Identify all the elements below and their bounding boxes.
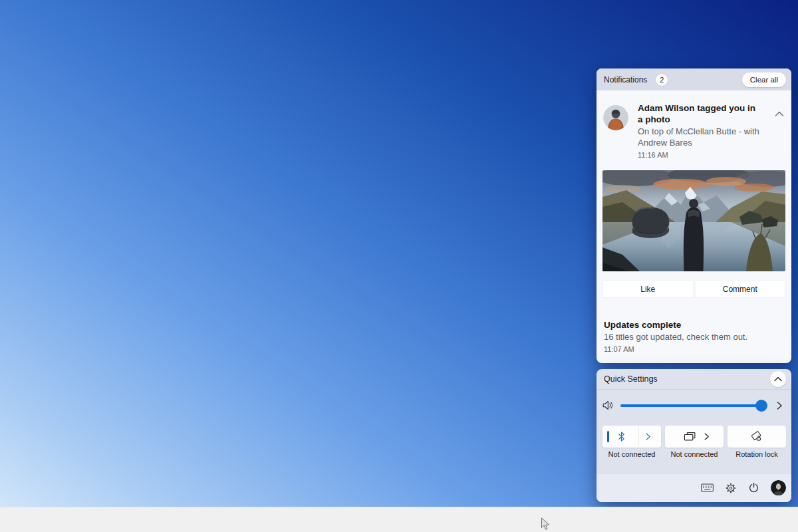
notification-photo[interactable] bbox=[602, 170, 785, 271]
quick-settings-header: Quick Settings bbox=[597, 369, 791, 390]
notifications-header: Notifications 2 Clear all bbox=[597, 68, 791, 90]
notifications-title: Notifications bbox=[604, 75, 647, 84]
quick-settings-bottom-bar bbox=[597, 473, 791, 502]
notification-title[interactable]: Updates complete bbox=[604, 320, 681, 330]
rotation-lock-icon bbox=[751, 430, 763, 442]
chevron-up-icon bbox=[773, 376, 783, 382]
collapse-button[interactable] bbox=[770, 371, 786, 387]
desktop: Notifications 2 Clear all Adam Wilson ta… bbox=[0, 0, 798, 532]
active-indicator bbox=[607, 431, 609, 442]
bluetooth-tile[interactable] bbox=[602, 426, 661, 448]
mountain-lake-photo-icon bbox=[602, 170, 785, 271]
like-button[interactable]: Like bbox=[602, 280, 694, 298]
avatar-photo-icon bbox=[603, 105, 628, 130]
tile-divider bbox=[638, 427, 639, 446]
gear-icon bbox=[725, 482, 737, 494]
chevron-right-icon[interactable] bbox=[776, 400, 783, 414]
notification-body[interactable]: 16 titles got updated, check them out. bbox=[604, 332, 747, 342]
chevron-right-icon[interactable] bbox=[645, 432, 651, 442]
keyboard-button[interactable] bbox=[701, 483, 714, 492]
chevron-right-icon[interactable] bbox=[704, 432, 710, 442]
quick-settings-title: Quick Settings bbox=[604, 374, 658, 384]
taskbar: 11:17 bbox=[0, 507, 798, 532]
rotation-lock-tile[interactable] bbox=[728, 426, 786, 448]
connect-display-icon bbox=[684, 432, 696, 442]
tile-label: Not connected bbox=[602, 450, 661, 458]
clear-all-button[interactable]: Clear all bbox=[742, 72, 786, 87]
power-button[interactable] bbox=[748, 482, 759, 493]
user-avatar-icon bbox=[771, 480, 786, 495]
chevron-up-icon[interactable] bbox=[774, 108, 785, 116]
notification-count-badge: 2 bbox=[656, 74, 668, 86]
speaker-icon bbox=[602, 400, 614, 413]
settings-button[interactable] bbox=[725, 482, 737, 494]
comment-button[interactable]: Comment bbox=[695, 280, 786, 298]
notifications-panel: Notifications 2 Clear all Adam Wilson ta… bbox=[597, 68, 791, 363]
tile-label: Not connected bbox=[665, 450, 724, 458]
tile-label: Rotation lock bbox=[728, 450, 786, 458]
sender-avatar bbox=[603, 105, 628, 130]
volume-slider-track[interactable] bbox=[620, 404, 766, 407]
quick-settings-panel: Quick Settings bbox=[597, 369, 791, 502]
notification-body[interactable]: On top of McClellan Butte - with Andrew … bbox=[638, 126, 768, 148]
notification-title[interactable]: Adam Wilson tagged you in a photo bbox=[638, 102, 763, 125]
notification-actions: Like Comment bbox=[602, 280, 785, 298]
power-icon bbox=[748, 482, 759, 493]
keyboard-icon bbox=[701, 483, 714, 492]
user-avatar[interactable] bbox=[771, 480, 786, 495]
bluetooth-icon bbox=[617, 431, 626, 442]
notification-time: 11:16 AM bbox=[638, 151, 668, 159]
connect-display-tile[interactable] bbox=[665, 426, 724, 448]
notification-time: 11:07 AM bbox=[604, 345, 634, 353]
volume-slider-thumb[interactable] bbox=[755, 400, 767, 412]
